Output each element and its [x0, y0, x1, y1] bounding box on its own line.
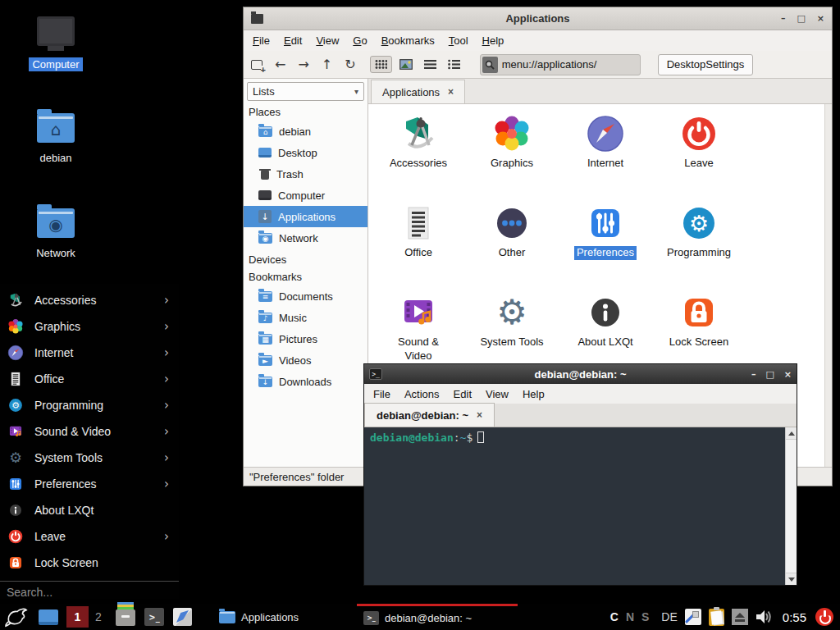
- minimize-icon[interactable]: –: [781, 14, 786, 23]
- maximize-icon[interactable]: □: [765, 370, 774, 379]
- fm-scrollbar[interactable]: [824, 104, 832, 467]
- term-menu-view[interactable]: View: [486, 388, 509, 400]
- terminal-tab[interactable]: debian@debian: ~ ×: [364, 403, 495, 427]
- term-menu-actions[interactable]: Actions: [404, 388, 440, 400]
- menu-item-sound-video[interactable]: Sound & Video ›: [0, 418, 179, 445]
- menu-item-programming[interactable]: Programming ›: [0, 392, 179, 418]
- leave-icon: [7, 528, 24, 545]
- app-item-other[interactable]: Other: [465, 198, 559, 287]
- desktop-icon-computer[interactable]: Computer: [16, 16, 95, 71]
- scroll-down-icon[interactable]: [786, 573, 797, 585]
- submenu-arrow-icon: ›: [164, 477, 169, 491]
- terminal-launcher[interactable]: >_: [144, 608, 164, 626]
- screenshot-tool-icon[interactable]: [685, 609, 701, 625]
- graphics-icon: [492, 114, 532, 153]
- scroll-up-icon[interactable]: [786, 427, 797, 440]
- term-menu-file[interactable]: File: [373, 388, 390, 400]
- workspace-1-button[interactable]: 1: [66, 606, 89, 628]
- tab-close-icon[interactable]: ×: [477, 409, 482, 421]
- sidebar-item-debian[interactable]: ⌂ debian: [247, 121, 364, 142]
- sidebar-item-applications[interactable]: ↓ Applications: [244, 206, 368, 227]
- terminal-titlebar[interactable]: >_ debian@debian: ~ – □ ×: [364, 364, 797, 384]
- app-item-preferences[interactable]: Preferences: [559, 198, 652, 287]
- sidebar-item-computer[interactable]: Computer: [247, 185, 364, 206]
- file-manager-launcher[interactable]: [116, 608, 135, 626]
- workspace-2-button[interactable]: 2: [90, 610, 107, 623]
- terminal-icon: >_: [144, 608, 164, 626]
- power-button[interactable]: [815, 608, 833, 626]
- app-item-programming[interactable]: Programming: [652, 198, 746, 287]
- compact-view-button[interactable]: [420, 57, 441, 72]
- menu-item-lock-screen[interactable]: Lock Screen: [0, 550, 179, 576]
- thumbnail-view-button[interactable]: [395, 57, 417, 72]
- refresh-icon[interactable]: ↻: [345, 58, 355, 71]
- close-icon[interactable]: ×: [817, 14, 824, 23]
- eject-icon[interactable]: [732, 609, 748, 625]
- fm-menu-bookmarks[interactable]: Bookmarks: [381, 34, 435, 47]
- show-desktop-button[interactable]: [39, 609, 58, 625]
- menu-item-graphics[interactable]: Graphics ›: [0, 313, 179, 340]
- sidebar-item-trash[interactable]: Trash: [247, 163, 364, 185]
- submenu-arrow-icon: ›: [164, 398, 169, 413]
- task-terminal[interactable]: >_ debian@debian: ~: [357, 604, 518, 630]
- featherpad-launcher[interactable]: [173, 608, 193, 626]
- clipboard-icon[interactable]: [709, 609, 724, 626]
- sidebar-item-desktop[interactable]: Desktop: [247, 142, 364, 163]
- app-item-leave[interactable]: Leave: [652, 108, 746, 198]
- terminal-scrollbar[interactable]: [785, 427, 797, 585]
- maximize-icon[interactable]: □: [797, 14, 805, 23]
- menu-item-leave[interactable]: Leave ›: [0, 523, 179, 550]
- up-icon[interactable]: ↑: [322, 58, 332, 71]
- clock[interactable]: 0:55: [783, 610, 806, 624]
- menu-item-office[interactable]: Office ›: [0, 366, 179, 392]
- term-menu-edit[interactable]: Edit: [454, 388, 472, 400]
- fm-titlebar[interactable]: Applications – □ ×: [244, 7, 832, 30]
- sidebar-item-videos[interactable]: ► Videos: [247, 349, 364, 371]
- fm-menu-go[interactable]: Go: [353, 34, 367, 47]
- tab-applications[interactable]: Applications ×: [371, 80, 465, 103]
- sidebar-mode-select[interactable]: Lists ▾: [247, 82, 364, 101]
- volume-icon[interactable]: [756, 609, 774, 625]
- fm-menu-edit[interactable]: Edit: [284, 34, 302, 47]
- menu-item-system-tools[interactable]: System Tools ›: [0, 445, 179, 471]
- sidebar-item-downloads[interactable]: ↓ Downloads: [247, 371, 364, 392]
- app-item-accessories[interactable]: Accessories: [372, 108, 465, 198]
- address-bar[interactable]: menu://applications/: [480, 54, 641, 75]
- detailed-list-view-button[interactable]: [444, 57, 464, 72]
- desktop-settings-button[interactable]: DesktopSettings: [658, 54, 754, 75]
- menu-item-about-lxqt[interactable]: About LXQt: [0, 497, 179, 523]
- sidebar-item-documents[interactable]: ≡ Documents: [247, 285, 364, 307]
- desktop-icon-debian[interactable]: ⌂ debian: [16, 113, 95, 165]
- tab-close-icon[interactable]: ×: [448, 86, 454, 98]
- task-applications[interactable]: Applications: [212, 604, 357, 630]
- sidebar-item-pictures[interactable]: ▦ Pictures: [247, 328, 364, 349]
- menu-item-accessories[interactable]: Accessories ›: [0, 287, 179, 313]
- fm-status-text: "Preferences" folder: [249, 471, 344, 483]
- back-icon[interactable]: ←: [275, 58, 285, 71]
- new-tab-icon[interactable]: [251, 60, 262, 70]
- keyboard-layout-indicator[interactable]: DE: [661, 610, 677, 623]
- term-menu-help[interactable]: Help: [523, 388, 545, 400]
- sidebar-item-music[interactable]: ♪ Music: [247, 307, 364, 328]
- address-input[interactable]: menu://applications/: [502, 58, 597, 71]
- main-menu-button[interactable]: [0, 606, 29, 628]
- menu-item-internet[interactable]: Internet ›: [0, 340, 179, 366]
- fm-menu-view[interactable]: View: [316, 34, 339, 47]
- fm-menu-tool[interactable]: Tool: [449, 34, 468, 47]
- close-icon[interactable]: ×: [784, 370, 792, 379]
- app-item-internet[interactable]: Internet: [559, 108, 652, 198]
- pictures-folder-icon: ▦: [258, 334, 272, 345]
- icon-view-button[interactable]: [370, 56, 392, 73]
- fm-menu-file[interactable]: File: [253, 34, 270, 47]
- sidebar-item-network[interactable]: ◉ Network: [247, 227, 364, 249]
- terminal-cursor: [477, 431, 484, 443]
- minimize-icon[interactable]: –: [751, 370, 756, 379]
- terminal-output[interactable]: debian@debian:~$: [364, 427, 785, 585]
- menu-search-input[interactable]: Search...: [0, 582, 179, 603]
- app-item-office[interactable]: Office: [372, 198, 465, 287]
- desktop-icon-network[interactable]: ◉ Network: [16, 208, 95, 260]
- forward-icon[interactable]: →: [298, 58, 308, 71]
- fm-menu-help[interactable]: Help: [482, 34, 504, 47]
- menu-item-preferences[interactable]: Preferences ›: [0, 471, 179, 497]
- app-item-graphics[interactable]: Graphics: [465, 108, 559, 198]
